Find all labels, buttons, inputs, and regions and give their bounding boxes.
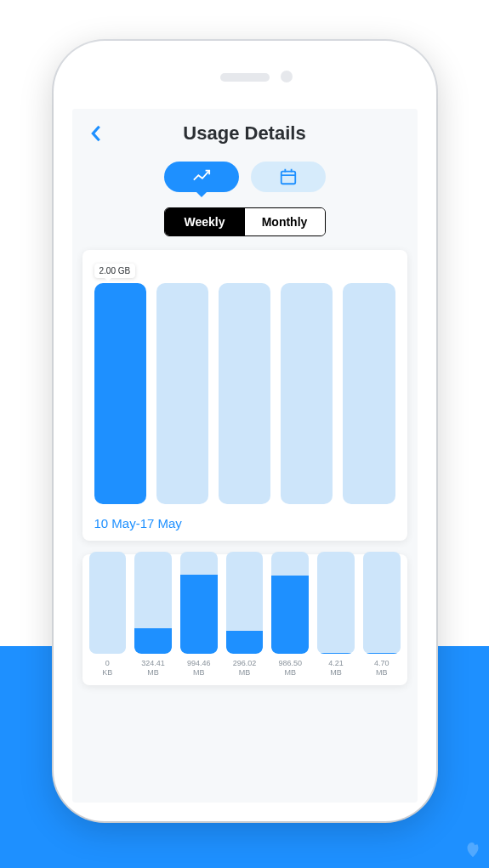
daily-bar-label: 986.50 MB xyxy=(278,659,302,677)
header: Usage Details xyxy=(72,109,418,158)
daily-bar-fill xyxy=(271,576,309,654)
daily-bar-label: 4.21 MB xyxy=(328,659,344,677)
watermark xyxy=(462,842,484,865)
trend-tab[interactable] xyxy=(164,162,239,192)
weekly-bar[interactable] xyxy=(281,283,333,504)
daily-bar-column: 324.41 MB xyxy=(134,552,172,677)
daily-chart-card: 0 KB324.41 MB994.46 MB296.02 MB986.50 MB… xyxy=(82,554,407,685)
daily-bar-column: 296.02 MB xyxy=(226,552,264,677)
daily-bar-fill xyxy=(134,628,172,654)
date-range-label: 10 May-17 May xyxy=(94,516,395,530)
daily-bars: 0 KB324.41 MB994.46 MB296.02 MB986.50 MB… xyxy=(89,564,401,677)
calendar-icon xyxy=(279,167,298,186)
weekly-bars xyxy=(94,283,395,504)
chevron-left-icon xyxy=(89,124,103,143)
daily-bar[interactable] xyxy=(226,552,264,654)
daily-bar-label: 324.41 MB xyxy=(141,659,165,677)
daily-bar-fill xyxy=(317,653,355,654)
daily-bar[interactable] xyxy=(271,552,309,654)
daily-bar-label: 0 KB xyxy=(102,659,112,677)
daily-bar-column: 4.70 MB xyxy=(363,552,401,677)
daily-bar-fill xyxy=(180,575,218,655)
page-title: Usage Details xyxy=(183,122,305,145)
daily-bar-label: 296.02 MB xyxy=(233,659,257,677)
weekly-bar[interactable] xyxy=(156,283,208,504)
phone-camera xyxy=(281,71,293,82)
daily-bar-label: 994.46 MB xyxy=(187,659,211,677)
daily-bar-label: 4.70 MB xyxy=(374,659,389,677)
daily-bar[interactable] xyxy=(134,552,172,654)
daily-bar-fill xyxy=(226,631,264,655)
daily-bar[interactable] xyxy=(317,552,355,654)
calendar-tab[interactable] xyxy=(251,162,326,192)
daily-bar-column: 4.21 MB xyxy=(317,552,355,677)
selected-bar-tooltip: 2.00 GB xyxy=(94,264,136,278)
app-screen: Usage Details Weekly Mont xyxy=(72,109,418,803)
trend-icon xyxy=(192,167,211,186)
back-button[interactable] xyxy=(81,118,111,149)
daily-bar-fill xyxy=(363,653,401,654)
daily-bar[interactable] xyxy=(89,552,127,654)
daily-bar[interactable] xyxy=(363,552,401,654)
weekly-bar[interactable] xyxy=(343,283,395,504)
svg-rect-0 xyxy=(281,172,295,184)
phone-speaker xyxy=(220,73,270,82)
view-mode-tabs xyxy=(72,162,418,192)
weekly-chart-card: 2.00 GB 10 May-17 May xyxy=(82,250,407,541)
weekly-bar[interactable] xyxy=(94,283,146,504)
weekly-bar[interactable] xyxy=(219,283,270,504)
monthly-segment[interactable]: Monthly xyxy=(245,208,325,235)
daily-bar-column: 986.50 MB xyxy=(271,552,309,677)
daily-bar-column: 0 KB xyxy=(89,552,127,677)
phone-frame: Usage Details Weekly Mont xyxy=(54,41,436,821)
daily-bar[interactable] xyxy=(180,552,218,654)
period-segment: Weekly Monthly xyxy=(72,207,418,236)
daily-bar-column: 994.46 MB xyxy=(180,552,218,677)
weekly-segment[interactable]: Weekly xyxy=(165,208,245,235)
